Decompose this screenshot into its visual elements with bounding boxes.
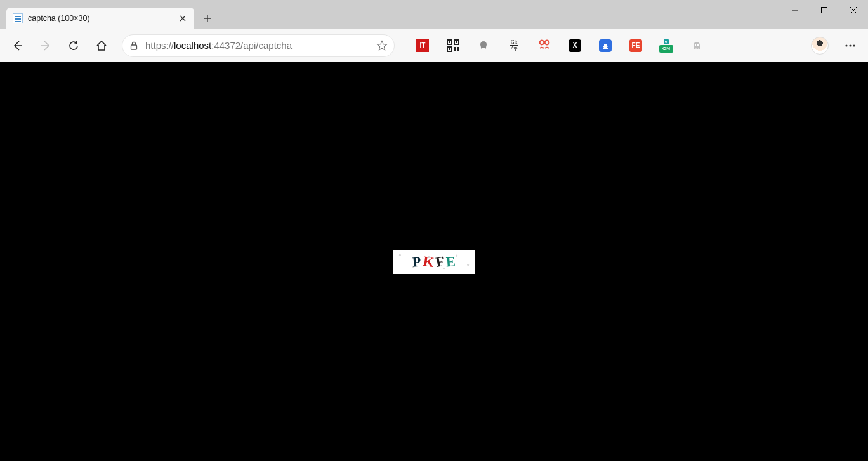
captcha-letter-3: E bbox=[445, 254, 456, 269]
tab-close-button[interactable] bbox=[178, 13, 188, 23]
svg-rect-8 bbox=[454, 47, 456, 49]
settings-extension-icon bbox=[537, 39, 551, 53]
downloader-extension[interactable] bbox=[593, 33, 618, 58]
on-extension-icon: i ON bbox=[659, 39, 673, 53]
tab-title: captcha (100×30) bbox=[28, 14, 173, 23]
avatar-icon bbox=[811, 37, 829, 55]
toolbar: https://localhost:44372/api/captcha IT G… bbox=[0, 29, 868, 62]
refresh-button[interactable] bbox=[61, 33, 86, 58]
url-text: https://localhost:44372/api/captcha bbox=[145, 40, 370, 51]
window-maximize-button[interactable] bbox=[810, 0, 839, 20]
page-favicon-icon bbox=[13, 13, 23, 23]
lock-icon bbox=[129, 41, 139, 51]
qr-extension[interactable] bbox=[440, 33, 466, 58]
on-extension[interactable]: i ON bbox=[654, 33, 679, 58]
forward-button[interactable] bbox=[33, 33, 58, 58]
titlebar: captcha (100×30) bbox=[0, 0, 868, 29]
svg-rect-0 bbox=[822, 8, 827, 13]
svg-rect-7 bbox=[449, 48, 450, 50]
settings-extension[interactable] bbox=[532, 33, 557, 58]
qr-icon bbox=[447, 39, 459, 52]
svg-rect-9 bbox=[457, 47, 459, 49]
svg-rect-14 bbox=[603, 48, 608, 49]
svg-point-12 bbox=[540, 40, 544, 44]
address-bar[interactable]: https://localhost:44372/api/captcha bbox=[122, 34, 395, 57]
svg-rect-11 bbox=[457, 49, 459, 51]
svg-point-22 bbox=[853, 44, 855, 46]
more-menu-button[interactable] bbox=[838, 33, 863, 58]
downloader-icon bbox=[599, 39, 612, 52]
extensions-row: IT GitZip X FE bbox=[402, 33, 863, 58]
page-viewport: P K F E bbox=[0, 62, 868, 461]
fe-extension[interactable]: FE bbox=[623, 33, 648, 58]
captcha-letter-1: K bbox=[422, 254, 435, 269]
captcha-letter-0: P bbox=[412, 254, 422, 269]
refresh-icon bbox=[67, 39, 80, 52]
octopus-icon bbox=[477, 39, 490, 52]
x-extension[interactable]: X bbox=[562, 33, 588, 58]
svg-point-18 bbox=[695, 44, 696, 45]
favorite-star-icon[interactable] bbox=[376, 40, 388, 51]
arrow-left-icon bbox=[11, 39, 24, 52]
ghost-icon bbox=[690, 39, 703, 52]
svg-rect-1 bbox=[131, 45, 137, 49]
gitzip-icon: GitZip bbox=[510, 40, 517, 51]
captcha-letter-2: F bbox=[435, 254, 445, 269]
x-extension-icon: X bbox=[569, 39, 581, 52]
url-path: :44372/api/captcha bbox=[211, 40, 292, 51]
captcha-image: P K F E bbox=[393, 250, 475, 274]
window-controls bbox=[780, 0, 868, 20]
svg-point-20 bbox=[845, 44, 847, 46]
ghost-extension[interactable] bbox=[684, 33, 709, 58]
back-button[interactable] bbox=[5, 33, 30, 58]
plus-icon bbox=[203, 14, 212, 23]
fe-extension-icon: FE bbox=[629, 39, 642, 52]
ellipsis-icon bbox=[844, 39, 857, 52]
svg-point-13 bbox=[545, 40, 549, 44]
svg-rect-10 bbox=[454, 49, 456, 51]
profile-button[interactable] bbox=[807, 33, 832, 58]
home-icon bbox=[95, 39, 108, 52]
svg-point-21 bbox=[849, 44, 851, 46]
svg-rect-5 bbox=[456, 41, 457, 43]
gitzip-extension[interactable]: GitZip bbox=[501, 33, 527, 58]
arrow-right-icon bbox=[39, 39, 52, 52]
octotree-extension[interactable] bbox=[471, 33, 496, 58]
close-icon bbox=[180, 15, 186, 22]
url-scheme: https:// bbox=[145, 40, 174, 51]
it-extension-icon: IT bbox=[416, 39, 429, 52]
minimize-icon bbox=[791, 6, 799, 14]
separator bbox=[798, 37, 798, 55]
new-tab-button[interactable] bbox=[197, 8, 218, 29]
it-extension[interactable]: IT bbox=[410, 33, 435, 58]
svg-rect-3 bbox=[449, 41, 450, 43]
close-icon bbox=[850, 6, 857, 14]
home-button[interactable] bbox=[89, 33, 114, 58]
url-host: localhost bbox=[174, 40, 211, 51]
svg-point-19 bbox=[697, 44, 699, 45]
browser-tab[interactable]: captcha (100×30) bbox=[6, 8, 194, 29]
maximize-icon bbox=[820, 6, 828, 14]
window-close-button[interactable] bbox=[839, 0, 868, 20]
window-minimize-button[interactable] bbox=[780, 0, 810, 20]
